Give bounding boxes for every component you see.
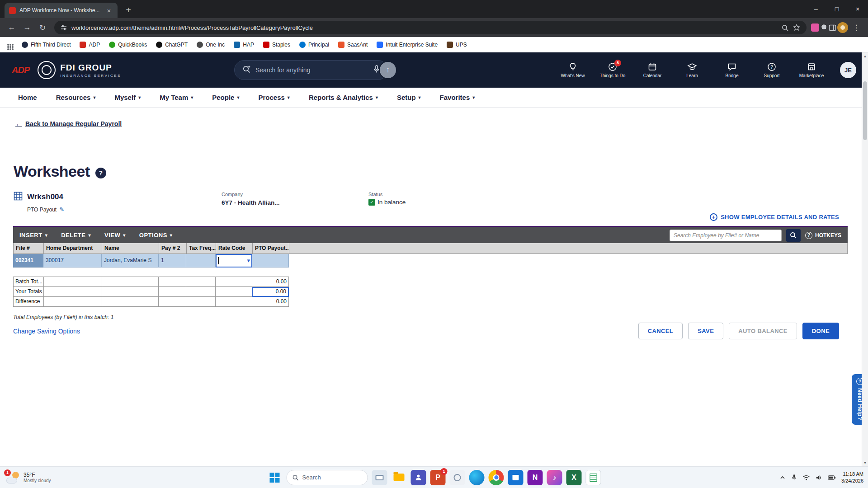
page-scrollbar[interactable]: ▲ ▼: [862, 52, 868, 466]
scrollbar-down-icon[interactable]: ▼: [862, 459, 868, 466]
browser-forward-icon[interactable]: →: [20, 20, 34, 35]
global-search-pill[interactable]: [234, 60, 388, 80]
save-button[interactable]: SAVE: [688, 323, 723, 339]
nav-resources[interactable]: Resources▾: [56, 94, 96, 101]
bookmark-quickbooks[interactable]: QuickBooks: [109, 42, 147, 48]
tray-chevron-up-icon[interactable]: [779, 474, 786, 481]
worksheet-help-icon[interactable]: ?: [95, 168, 106, 178]
window-maximize-button[interactable]: □: [826, 0, 847, 18]
show-employee-details-link[interactable]: + SHOW EMPLOYEE DETAILS AND RATES: [710, 213, 839, 221]
tab-close-icon[interactable]: ×: [105, 7, 113, 14]
scrollbar-up-icon[interactable]: ▲: [862, 52, 868, 60]
bookmark-fifth-third[interactable]: Fifth Third Direct: [22, 42, 71, 48]
taskbar-clock[interactable]: 11:18 AM 3/24/2026: [841, 471, 863, 484]
side-panel-icon[interactable]: [829, 24, 836, 32]
site-info-icon[interactable]: [61, 24, 67, 31]
things-to-do-button[interactable]: 8 Things to Do: [599, 62, 627, 78]
adp-logo[interactable]: ADP: [12, 65, 29, 75]
your-totals-value[interactable]: 0.00: [252, 287, 289, 297]
nav-myself[interactable]: Myself▾: [114, 94, 141, 101]
hotkeys-button[interactable]: ? HOTKEYS: [805, 232, 841, 239]
snipping-tool-icon[interactable]: [450, 470, 465, 485]
volume-icon[interactable]: [816, 474, 822, 481]
browser-back-icon[interactable]: ←: [5, 20, 19, 35]
bookmark-principal[interactable]: Principal: [299, 42, 329, 48]
file-explorer-icon[interactable]: [392, 470, 407, 485]
cell-tax-freq[interactable]: [186, 254, 216, 267]
edge-icon[interactable]: [469, 470, 485, 485]
cell-pto-payout[interactable]: [252, 254, 289, 267]
nav-favorites[interactable]: Favorites▾: [440, 94, 475, 101]
employee-search-button[interactable]: [786, 229, 801, 242]
battery-icon[interactable]: [828, 475, 836, 480]
edit-pencil-icon[interactable]: ✎: [59, 206, 64, 213]
desktop-app-icon[interactable]: [372, 470, 387, 485]
support-button[interactable]: ? Support: [758, 62, 786, 78]
window-close-button[interactable]: ×: [847, 0, 868, 18]
insert-menu-button[interactable]: INSERT▾: [19, 232, 47, 239]
bookmark-chatgpt[interactable]: ChatGPT: [156, 42, 188, 48]
browser-profile-icon[interactable]: [837, 22, 848, 33]
dropdown-chevron-icon[interactable]: ▾: [247, 254, 250, 267]
bridge-button[interactable]: Bridge: [718, 62, 746, 78]
cancel-button[interactable]: CANCEL: [638, 323, 683, 339]
store-icon[interactable]: [508, 470, 524, 485]
cell-file-number[interactable]: 002341: [13, 254, 43, 267]
wifi-icon[interactable]: [802, 474, 810, 481]
bookmark-intuit[interactable]: Intuit Enterprise Suite: [377, 42, 438, 48]
nav-reports-analytics[interactable]: Reports & Analytics▾: [309, 94, 378, 101]
url-text[interactable]: workforcenow.adp.com/theme/admin.html#/P…: [71, 24, 777, 31]
col-header-file[interactable]: File #: [14, 243, 44, 253]
nav-process[interactable]: Process▾: [258, 94, 289, 101]
apps-grid-icon[interactable]: [7, 44, 9, 46]
nav-setup[interactable]: Setup▾: [397, 94, 421, 101]
start-button[interactable]: [267, 470, 283, 485]
nav-my-team[interactable]: My Team▾: [160, 94, 193, 101]
teams-icon[interactable]: [411, 470, 426, 485]
cell-name[interactable]: Jordan, EvaMarie S: [102, 254, 159, 267]
view-menu-button[interactable]: VIEW▾: [104, 232, 126, 239]
cell-rate-code-editor[interactable]: ▾: [216, 254, 252, 267]
employee-search-input[interactable]: [670, 230, 782, 241]
pink-extension-icon[interactable]: [811, 23, 819, 32]
auto-balance-button[interactable]: AUTO BALANCE: [729, 323, 797, 339]
browser-menu-icon[interactable]: ⋮: [849, 20, 863, 35]
col-header-name[interactable]: Name: [102, 243, 159, 253]
browser-tab[interactable]: ADP Workforce Now - Workshe... ×: [5, 3, 118, 18]
taskbar-search[interactable]: Search: [287, 470, 368, 485]
url-bar[interactable]: workforcenow.adp.com/theme/admin.html#/P…: [54, 21, 807, 34]
nav-people[interactable]: People▾: [212, 94, 239, 101]
change-saving-options-link[interactable]: Change Saving Options: [13, 328, 80, 335]
bookmark-adp[interactable]: ADP: [80, 42, 100, 48]
learn-button[interactable]: Learn: [678, 62, 706, 78]
marketplace-button[interactable]: Marketplace: [797, 62, 826, 78]
bookmark-hap[interactable]: HAP: [234, 42, 254, 48]
done-button[interactable]: DONE: [802, 323, 839, 339]
music-app-icon[interactable]: ♪: [547, 470, 562, 485]
spreadsheet-app-icon[interactable]: [586, 470, 601, 485]
nav-home[interactable]: Home: [18, 94, 37, 101]
powerpoint-icon[interactable]: P1: [430, 470, 446, 485]
window-minimize-button[interactable]: –: [806, 0, 826, 18]
onenote-icon[interactable]: N: [528, 470, 543, 485]
browser-reload-icon[interactable]: ↻: [35, 20, 50, 35]
cell-pay2[interactable]: 1: [159, 254, 186, 267]
delete-menu-button[interactable]: DELETE▾: [61, 232, 91, 239]
global-search-input[interactable]: [255, 66, 368, 74]
extensions-puzzle-icon[interactable]: [820, 24, 828, 32]
chrome-icon[interactable]: [489, 470, 504, 485]
whats-new-button[interactable]: What's New: [559, 62, 587, 78]
scrollbar-thumb[interactable]: [863, 81, 867, 140]
col-header-pto-payout[interactable]: PTO Payout...: [253, 243, 289, 253]
user-avatar[interactable]: JE: [840, 62, 856, 78]
bookmark-one-inc[interactable]: One Inc: [197, 42, 225, 48]
weather-widget[interactable]: 1 35°F Mostly cloudy: [3, 470, 55, 485]
tray-mic-icon[interactable]: [791, 474, 797, 481]
bookmark-star-icon[interactable]: [793, 24, 800, 31]
col-header-rate-code[interactable]: Rate Code: [216, 243, 253, 253]
col-header-pay2[interactable]: Pay # 2: [159, 243, 187, 253]
col-header-home-department[interactable]: Home Department: [44, 243, 102, 253]
bookmark-saasant[interactable]: SaasAnt: [338, 42, 368, 48]
zoom-icon[interactable]: [782, 24, 788, 31]
bookmark-staples[interactable]: Staples: [263, 42, 290, 48]
